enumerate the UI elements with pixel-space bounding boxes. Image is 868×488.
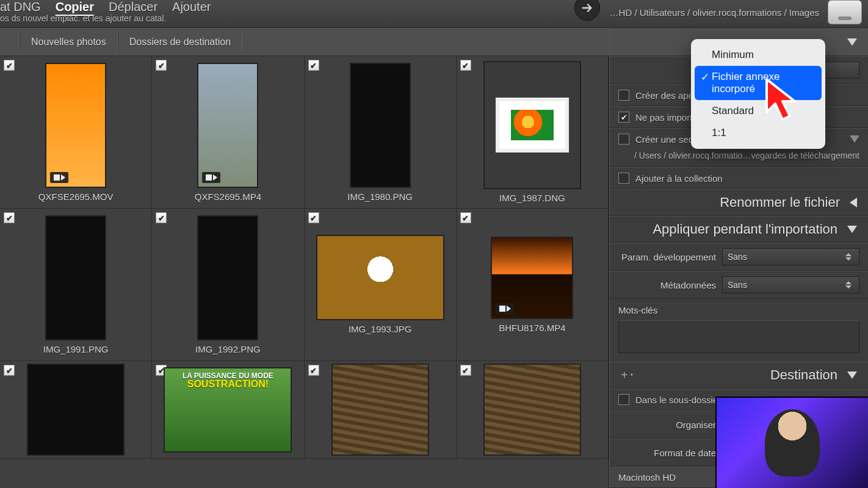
thumbnail-cell[interactable]: LA PUISSANCE DU MODESOUSTRACTION! <box>152 361 304 459</box>
thumbnail-cell[interactable]: QXFSE2695.MOV <box>0 56 152 209</box>
thumb-checkbox[interactable] <box>308 212 319 223</box>
rename-chevron-icon <box>850 198 857 207</box>
subfolder-label: Dans le sous-dossier <box>635 395 721 405</box>
thumbnail-cell[interactable] <box>0 361 152 459</box>
dev-params-select[interactable]: Sans <box>722 248 859 265</box>
go-arrow-button[interactable] <box>574 0 600 21</box>
presenter-silhouette <box>765 409 820 476</box>
destination-path: …HD / Utilisateurs / olivier.rocq.format… <box>610 7 819 18</box>
second-copy-path: / Users / olivier.rocq.formatio…vegardes… <box>610 149 868 167</box>
add-collection-checkbox[interactable] <box>618 173 629 184</box>
subfolder-checkbox[interactable] <box>618 394 629 405</box>
thumbnail-filename: BHFU8176.MP4 <box>499 323 565 333</box>
webcam-overlay <box>715 396 868 488</box>
thumbnail-image[interactable] <box>197 215 258 340</box>
thumbnail-image[interactable] <box>491 237 573 319</box>
thumb-checkbox[interactable] <box>4 365 15 376</box>
row-add-collection: Ajouter à la collection <box>610 167 868 189</box>
thumbnail-cell[interactable]: IMG_1992.PNG <box>152 209 304 361</box>
keywords-input[interactable] <box>618 320 859 353</box>
panel-destination[interactable]: +• Destination <box>610 362 868 389</box>
thumbnail-image[interactable] <box>331 364 429 456</box>
thumbnail-cell[interactable] <box>457 361 609 459</box>
dropdown-option[interactable]: 1:1 <box>691 122 825 144</box>
thumbnail-image[interactable] <box>27 364 125 456</box>
thumbnail-image[interactable] <box>45 215 106 340</box>
stepper-icon <box>845 281 854 289</box>
keywords-label: Mots-clés <box>618 305 657 315</box>
destination-title: Destination <box>770 367 837 383</box>
second-copy-checkbox[interactable] <box>618 134 629 145</box>
mode-subhint: os ds nouvel emplac. et les ajouter au c… <box>0 13 166 23</box>
dropdown-option[interactable]: Standard <box>691 100 825 122</box>
thumbnail-filename: IMG_1991.PNG <box>43 344 109 354</box>
thumbnail-image[interactable] <box>45 63 106 188</box>
thumb-checkbox[interactable] <box>460 365 471 376</box>
mode-move[interactable]: Déplacer <box>109 0 157 14</box>
thumbnail-cell[interactable]: IMG_1993.JPG <box>305 209 457 361</box>
panel-apply-during[interactable]: Appliquer pendant l'importation <box>610 216 868 243</box>
thumbnail-image[interactable] <box>483 61 581 189</box>
dropdown-option[interactable]: Minimum <box>691 44 825 66</box>
metadata-label: Métadonnées <box>618 280 716 290</box>
thumbnail-filename: IMG_1987.DNG <box>499 193 565 203</box>
thumbnail-grid: QXFSE2695.MOVQXFS2695.MP4IMG_1980.PNGIMG… <box>0 56 609 488</box>
thumbnail-image[interactable] <box>197 63 258 188</box>
mode-copy[interactable]: Copier <box>56 0 94 14</box>
keywords-section: Mots-clés <box>610 299 868 315</box>
destination-add-icon[interactable]: +• <box>621 368 635 382</box>
panel-collapse-chevron-icon[interactable] <box>847 38 857 46</box>
thumbnail-cell[interactable]: QXFS2695.MP4 <box>152 56 304 209</box>
previews-dropdown[interactable]: MinimumFichier annexe incorporéStandard1… <box>691 39 825 149</box>
mode-dng[interactable]: at DNG <box>0 0 41 14</box>
thumb-checkbox[interactable] <box>308 365 319 376</box>
thumbnail-cell[interactable]: IMG_1991.PNG <box>0 209 152 361</box>
second-copy-chevron-icon[interactable] <box>850 135 859 143</box>
dev-params-value: Sans <box>728 252 747 262</box>
organize-label: Organiser <box>618 420 716 430</box>
apply-during-chevron-icon <box>847 226 857 233</box>
arrow-right-icon <box>580 1 594 15</box>
thumb-checkbox[interactable] <box>4 212 15 223</box>
thumb-checkbox[interactable] <box>308 60 319 71</box>
destination-summary: …HD / Utilisateurs / olivier.rocq.format… <box>574 0 862 24</box>
thumbnail-cell[interactable] <box>305 361 457 459</box>
thumbnail-image[interactable]: LA PUISSANCE DU MODESOUSTRACTION! <box>164 367 292 453</box>
no-dupes-checkbox[interactable] <box>618 112 629 123</box>
thumbnail-image[interactable] <box>350 63 411 188</box>
thumbnail-filename: IMG_1980.PNG <box>347 192 413 202</box>
rename-title: Renommer le fichier <box>720 195 840 210</box>
thumb-checkbox[interactable] <box>156 212 167 223</box>
panel-rename[interactable]: Renommer le fichier <box>610 189 868 216</box>
disk-icon[interactable] <box>828 0 862 24</box>
thumbnail-image[interactable] <box>483 364 581 456</box>
thumb-checkbox[interactable] <box>4 60 15 71</box>
dev-params-label: Param. développement <box>618 252 716 262</box>
grid-area: QXFSE2695.MOVQXFS2695.MP4IMG_1980.PNGIMG… <box>0 56 609 488</box>
metadata-select[interactable]: Sans <box>722 276 859 293</box>
filter-tabs: Nouvelles photos Dossiers de destination <box>9 33 242 51</box>
mode-add[interactable]: Ajouter <box>172 0 211 14</box>
thumb-checkbox[interactable] <box>460 60 471 71</box>
video-badge-icon <box>50 172 68 183</box>
dropdown-option[interactable]: Fichier annexe incorporé <box>695 66 822 100</box>
thumbnail-cell[interactable]: IMG_1980.PNG <box>305 56 457 209</box>
annotation-cursor <box>764 77 801 126</box>
tab-all-stub[interactable] <box>9 33 20 51</box>
thumbnail-cell[interactable]: BHFU8176.MP4 <box>457 209 609 361</box>
thumbnail-cell[interactable]: IMG_1987.DNG <box>457 56 609 209</box>
tab-dest-folders[interactable]: Dossiers de destination <box>118 33 242 51</box>
dyn-previews-checkbox[interactable] <box>618 90 629 101</box>
add-collection-label: Ajouter à la collection <box>635 173 723 184</box>
volume-name: Macintosh HD <box>618 472 676 483</box>
import-mode-tabs: at DNG Copier Déplacer Ajouter os ds nou… <box>0 0 211 14</box>
thumb-checkbox[interactable] <box>460 212 471 223</box>
top-bar: at DNG Copier Déplacer Ajouter os ds nou… <box>0 0 868 28</box>
video-badge-icon <box>202 172 220 183</box>
thumb-checkbox[interactable] <box>156 60 167 71</box>
tab-new-photos[interactable]: Nouvelles photos <box>20 33 118 51</box>
apply-during-title: Appliquer pendant l'importation <box>653 221 837 237</box>
thumbnail-filename: IMG_1993.JPG <box>349 324 411 334</box>
stepper-icon <box>845 253 854 260</box>
thumbnail-image[interactable] <box>316 235 444 320</box>
